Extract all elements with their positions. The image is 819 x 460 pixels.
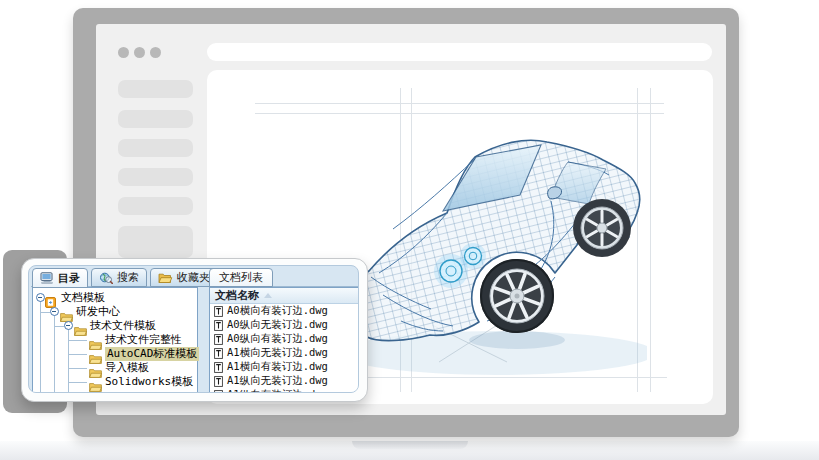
file-name: A1横向无装订边.dwg <box>227 346 328 360</box>
file-name: A0纵向有装订边.dwg <box>227 332 328 346</box>
tab-label: 搜索 <box>117 270 139 285</box>
file-rows: A0横向有装订边.dwgA0纵向无装订边.dwgA0纵向有装订边.dwgA1横向… <box>210 304 359 393</box>
folder-tree-panel: 文档模板研发中心技术文件模板技术文件完整性AutoCAD标准模板导入模板Soli… <box>32 287 198 393</box>
dialog-nav-tabs: 目录搜索收藏夹 <box>32 268 218 288</box>
sidebar-item-placeholder[interactable] <box>118 110 193 128</box>
file-name: A1纵向有装订边.dwg <box>227 388 328 393</box>
file-row[interactable]: A1纵向有装订边.dwg <box>210 388 359 393</box>
tree-connector-stub <box>68 354 87 355</box>
tree-connector-stub <box>40 312 50 313</box>
tree-item[interactable]: 技术文件完整性 <box>33 333 197 347</box>
tree-item-label: 技术文件完整性 <box>105 333 182 347</box>
file-row[interactable]: A0纵向有装订边.dwg <box>210 332 359 346</box>
template-browser-dialog: 目录搜索收藏夹 文档列表 文档模板研发中心技术文件模板技术文件完整性AutoCA… <box>21 258 368 402</box>
tree-item-label: 技术文件模板 <box>90 319 156 333</box>
folder-favorites-icon <box>158 272 173 284</box>
doc-template-icon <box>214 306 223 317</box>
file-name: A1横向有装订边.dwg <box>227 360 328 374</box>
window-dot <box>118 47 129 58</box>
tree-item[interactable]: 文档模板 <box>33 291 197 305</box>
tree-item-partial[interactable] <box>33 389 197 393</box>
tree-item[interactable]: AutoCAD标准模板 <box>33 347 197 361</box>
tree-item[interactable]: 研发中心 <box>33 305 197 319</box>
file-name: A0纵向无装订边.dwg <box>227 318 328 332</box>
doc-template-icon <box>214 376 223 387</box>
laptop-base <box>0 441 819 460</box>
doc-template-icon <box>214 348 223 359</box>
sidebar-item-placeholder[interactable] <box>118 197 193 215</box>
wireframe-car-illustration <box>327 125 647 404</box>
page: 目录搜索收藏夹 文档列表 文档模板研发中心技术文件模板技术文件完整性AutoCA… <box>0 0 819 460</box>
tree-item-label: Solidworks模板 <box>105 375 193 389</box>
column-header-document-name[interactable]: 文档名称 <box>210 288 359 304</box>
dialog-body: 目录搜索收藏夹 文档列表 文档模板研发中心技术文件模板技术文件完整性AutoCA… <box>28 265 359 393</box>
sort-ascending-icon <box>264 293 272 298</box>
search-globe-icon <box>99 272 113 284</box>
file-row[interactable]: A0纵向无装订边.dwg <box>210 318 359 332</box>
tab-document-list[interactable]: 文档列表 <box>209 268 273 287</box>
tab-label: 目录 <box>58 271 80 286</box>
sidebar-item-placeholder[interactable] <box>118 226 193 258</box>
file-name: A0横向有装订边.dwg <box>227 304 328 318</box>
address-bar[interactable] <box>207 43 712 61</box>
sidebar-item-placeholder[interactable] <box>118 168 193 186</box>
tree-connector-stub <box>68 382 87 383</box>
computer-icon <box>40 272 54 284</box>
file-row[interactable]: A1纵向无装订边.dwg <box>210 374 359 388</box>
tab-directory[interactable]: 目录 <box>32 268 88 288</box>
tree-item-label: 文档模板 <box>61 291 105 305</box>
doc-template-icon <box>214 334 223 345</box>
sidebar <box>118 80 193 269</box>
file-row[interactable]: A0横向有装订边.dwg <box>210 304 359 318</box>
tree-connector-stub <box>68 368 87 369</box>
sidebar-item-placeholder[interactable] <box>118 80 193 98</box>
front-wheel <box>480 259 554 333</box>
rear-wheel <box>573 199 631 257</box>
window-dot <box>150 47 161 58</box>
tree-connector-stub <box>54 326 64 327</box>
file-row[interactable]: A1横向有装订边.dwg <box>210 360 359 374</box>
tree-collapse-toggle[interactable] <box>64 321 73 330</box>
tree-item[interactable]: 技术文件模板 <box>33 319 197 333</box>
doc-template-icon <box>214 362 223 373</box>
window-control-dots <box>118 47 161 58</box>
window-dot <box>134 47 145 58</box>
tree-item-label: 研发中心 <box>76 305 120 319</box>
tree-item-label: 导入模板 <box>105 361 149 375</box>
tree-collapse-toggle[interactable] <box>36 293 45 302</box>
tab-search[interactable]: 搜索 <box>91 268 147 287</box>
tab-document-list-label: 文档列表 <box>219 270 263 285</box>
tree-collapse-toggle[interactable] <box>50 307 59 316</box>
tree-item[interactable]: 导入模板 <box>33 361 197 375</box>
doc-template-icon <box>214 390 223 394</box>
sidebar-item-placeholder[interactable] <box>118 139 193 157</box>
document-list-panel: 文档名称 A0横向有装订边.dwgA0纵向无装订边.dwgA0纵向有装订边.dw… <box>209 287 359 393</box>
file-name: A1纵向无装订边.dwg <box>227 374 328 388</box>
tab-favorites[interactable]: 收藏夹 <box>150 268 218 287</box>
folder-icon <box>89 391 102 393</box>
file-row[interactable]: A1横向无装订边.dwg <box>210 346 359 360</box>
laptop-notch <box>352 441 468 449</box>
tree-item[interactable]: Solidworks模板 <box>33 375 197 389</box>
tree-connector-stub <box>68 340 87 341</box>
tab-label: 收藏夹 <box>177 270 210 285</box>
doc-template-icon <box>214 320 223 331</box>
tree-item-label-selected: AutoCAD标准模板 <box>105 347 199 361</box>
